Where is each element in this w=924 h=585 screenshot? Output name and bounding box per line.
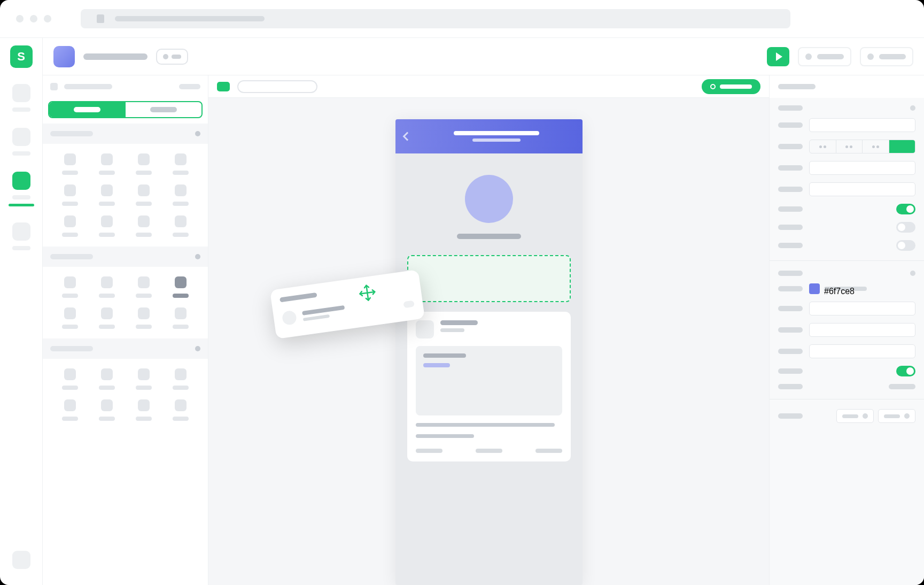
nav-icon-2[interactable] bbox=[12, 128, 30, 146]
component-item[interactable] bbox=[55, 215, 86, 237]
component-item[interactable] bbox=[55, 276, 86, 298]
prop-label bbox=[778, 206, 803, 212]
section-header-1[interactable] bbox=[43, 124, 208, 144]
component-item[interactable] bbox=[91, 153, 123, 175]
canvas[interactable] bbox=[208, 98, 769, 585]
device-frame[interactable] bbox=[395, 119, 583, 585]
app-logo[interactable]: S bbox=[10, 45, 33, 68]
section-menu-icon[interactable] bbox=[910, 271, 915, 276]
card-body bbox=[416, 346, 562, 415]
component-item[interactable] bbox=[91, 399, 123, 421]
lock-icon bbox=[97, 14, 104, 23]
section-collapse-icon[interactable] bbox=[195, 131, 200, 136]
component-item[interactable] bbox=[128, 307, 160, 329]
section-collapse-icon[interactable] bbox=[195, 346, 200, 351]
align-option[interactable] bbox=[810, 140, 836, 153]
component-item[interactable] bbox=[55, 399, 86, 421]
align-option-active[interactable] bbox=[889, 140, 915, 153]
panel-tab-2[interactable] bbox=[126, 102, 202, 117]
canvas-search[interactable] bbox=[237, 80, 317, 93]
close-dot[interactable] bbox=[16, 15, 24, 22]
prop-chip[interactable] bbox=[878, 409, 915, 423]
card-action[interactable] bbox=[535, 449, 562, 453]
nav-icon-1[interactable] bbox=[12, 84, 30, 102]
component-item[interactable] bbox=[55, 307, 86, 329]
section-menu-icon[interactable] bbox=[910, 105, 915, 111]
prop-toggle-2[interactable] bbox=[896, 222, 915, 233]
screen-subtitle bbox=[472, 138, 521, 142]
prop-chip[interactable] bbox=[836, 409, 874, 423]
component-item[interactable] bbox=[91, 276, 123, 298]
topbar-action-2[interactable] bbox=[860, 47, 913, 66]
component-item[interactable] bbox=[165, 399, 196, 421]
view-toggle[interactable] bbox=[156, 49, 188, 65]
section-collapse-icon[interactable] bbox=[195, 254, 200, 259]
canvas-toolbar bbox=[208, 75, 769, 98]
nav-label-4 bbox=[12, 246, 30, 250]
component-item[interactable] bbox=[55, 368, 86, 390]
minimize-dot[interactable] bbox=[30, 15, 37, 22]
content-card[interactable] bbox=[407, 312, 571, 461]
card-subtitle bbox=[440, 328, 464, 332]
component-item[interactable] bbox=[91, 215, 123, 237]
component-item[interactable] bbox=[128, 153, 160, 175]
prop-input[interactable] bbox=[809, 182, 915, 196]
project-icon[interactable] bbox=[53, 46, 75, 67]
nav-settings-icon[interactable] bbox=[12, 551, 30, 569]
nav-group-4[interactable] bbox=[12, 222, 30, 250]
card-action[interactable] bbox=[476, 449, 502, 453]
prop-label bbox=[778, 286, 803, 291]
component-item[interactable] bbox=[165, 307, 196, 329]
component-item[interactable] bbox=[91, 307, 123, 329]
properties-panel: #6f7ce8 bbox=[769, 75, 924, 585]
section-header-2[interactable] bbox=[43, 247, 208, 267]
prop-input[interactable] bbox=[809, 118, 915, 132]
color-swatch[interactable] bbox=[809, 283, 820, 294]
nav-icon-3[interactable] bbox=[12, 172, 30, 190]
prop-toggle-1[interactable] bbox=[896, 204, 915, 214]
drag-avatar-icon bbox=[282, 310, 297, 326]
align-option[interactable] bbox=[836, 140, 863, 153]
play-button[interactable] bbox=[767, 47, 789, 66]
topbar-action-1[interactable] bbox=[798, 47, 851, 66]
component-item[interactable] bbox=[128, 184, 160, 206]
prop-input[interactable] bbox=[809, 302, 915, 315]
component-item[interactable] bbox=[165, 153, 196, 175]
drop-zone[interactable] bbox=[407, 255, 571, 302]
prop-input[interactable] bbox=[809, 344, 915, 358]
component-item[interactable] bbox=[91, 368, 123, 390]
align-option[interactable] bbox=[863, 140, 889, 153]
component-item[interactable] bbox=[165, 184, 196, 206]
card-footer-text-2 bbox=[416, 434, 475, 438]
component-item[interactable] bbox=[55, 153, 86, 175]
nav-group-2[interactable] bbox=[12, 128, 30, 156]
component-item[interactable] bbox=[91, 184, 123, 206]
canvas-badge[interactable] bbox=[217, 82, 230, 91]
maximize-dot[interactable] bbox=[44, 15, 51, 22]
prop-toggle-4[interactable] bbox=[896, 366, 915, 376]
prop-toggle-3[interactable] bbox=[896, 240, 915, 251]
panel-tab-1[interactable] bbox=[49, 102, 126, 117]
component-item[interactable] bbox=[128, 215, 160, 237]
component-item[interactable] bbox=[165, 215, 196, 237]
window-controls[interactable] bbox=[16, 15, 51, 22]
component-item[interactable] bbox=[165, 368, 196, 390]
component-item[interactable] bbox=[128, 399, 160, 421]
component-item[interactable] bbox=[128, 276, 160, 298]
component-item-selected[interactable] bbox=[165, 276, 196, 298]
prop-input[interactable] bbox=[809, 161, 915, 175]
nav-group-1[interactable] bbox=[12, 84, 30, 112]
card-action[interactable] bbox=[416, 449, 442, 453]
component-item[interactable] bbox=[128, 368, 160, 390]
component-item[interactable] bbox=[55, 184, 86, 206]
section-header-3[interactable] bbox=[43, 338, 208, 359]
avatar[interactable] bbox=[465, 175, 513, 223]
nav-icon-4[interactable] bbox=[12, 222, 30, 241]
url-bar[interactable] bbox=[81, 9, 790, 28]
canvas-status-button[interactable] bbox=[702, 79, 760, 94]
alignment-segments[interactable] bbox=[809, 140, 915, 153]
nav-group-3[interactable] bbox=[9, 172, 34, 206]
panel-tabs[interactable] bbox=[48, 101, 203, 118]
prop-input[interactable] bbox=[809, 323, 915, 337]
back-icon[interactable] bbox=[402, 132, 411, 141]
